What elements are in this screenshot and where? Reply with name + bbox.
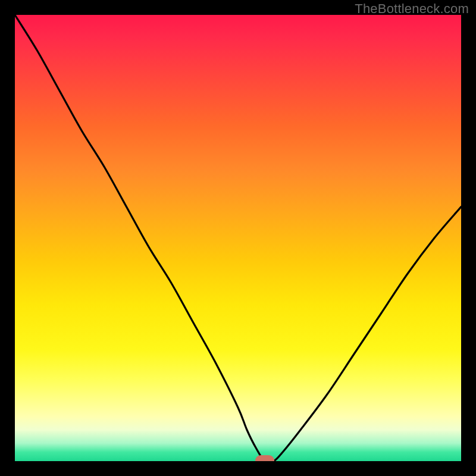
bottleneck-curve: [15, 15, 461, 461]
min-marker: [255, 455, 274, 461]
plot-area: [15, 15, 461, 461]
curve-svg: [15, 15, 461, 461]
chart-frame: TheBottleneck.com: [0, 0, 476, 476]
